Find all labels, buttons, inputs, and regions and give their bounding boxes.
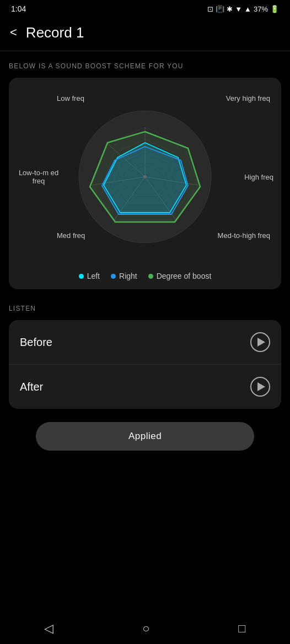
radar-card: Low freq Very high freq High freq Med-to… [9,78,281,289]
bluetooth-icon: ✱ [227,5,233,13]
legend-label-boost: Degree of boost [157,272,212,280]
status-bar: 1:04 ⊡ 📳 ✱ ▼ ▲ 37% 🔋 [0,0,290,17]
play-icon-after [257,382,265,391]
legend-dot-left [79,274,84,279]
play-icon-before [257,338,265,347]
recents-nav-icon[interactable]: □ [238,621,245,636]
back-nav-icon[interactable]: ◁ [44,621,53,636]
label-low-to-med-freq: Low-to-m ed freq [17,169,61,185]
label-very-high-freq: Very high freq [226,94,270,102]
battery-icon: 🔋 [270,5,279,13]
radar-legend: Left Right Degree of boost [14,272,276,280]
home-nav-icon[interactable]: ○ [142,621,149,636]
legend-dot-boost [148,274,153,279]
time: 1:04 [11,4,26,13]
main-content: BELOW IS A SOUND BOOST SCHEME FOR YOU Lo… [0,51,290,462]
label-med-to-high-freq: Med-to-high freq [218,231,270,240]
radar-labels: Low freq Very high freq High freq Med-to… [14,89,276,265]
radar-container: Low freq Very high freq High freq Med-to… [14,89,276,265]
after-row: After [9,365,281,409]
label-med-freq: Med freq [57,231,85,240]
applied-button[interactable]: Applied [36,422,254,451]
before-row: Before [9,320,281,365]
after-label: After [20,381,43,393]
legend-left: Left [79,272,100,280]
listen-card: Before After [9,320,281,409]
signal-icon: ▲ [244,5,251,13]
vibrate-icon: 📳 [216,5,224,13]
label-high-freq: High freq [244,173,273,181]
before-label: Before [20,336,52,349]
status-icons: ⊡ 📳 ✱ ▼ ▲ 37% 🔋 [207,5,279,13]
bottom-nav: ◁ ○ □ [0,613,290,644]
legend-dot-right [111,274,116,279]
legend-boost: Degree of boost [148,272,212,280]
nfc-icon: ⊡ [207,5,213,13]
legend-label-left: Left [87,272,100,280]
legend-right: Right [111,272,137,280]
label-low-freq: Low freq [57,94,84,102]
back-button[interactable]: < [6,23,22,42]
wifi-icon: ▼ [235,5,242,13]
boost-scheme-label: BELOW IS A SOUND BOOST SCHEME FOR YOU [9,62,281,70]
header: < Record 1 [0,17,290,51]
page-title: Record 1 [26,24,84,41]
before-play-button[interactable] [250,332,270,352]
battery-percent: 37% [254,5,268,13]
listen-label: LISTEN [9,305,281,312]
legend-label-right: Right [119,272,137,280]
after-play-button[interactable] [250,377,270,397]
